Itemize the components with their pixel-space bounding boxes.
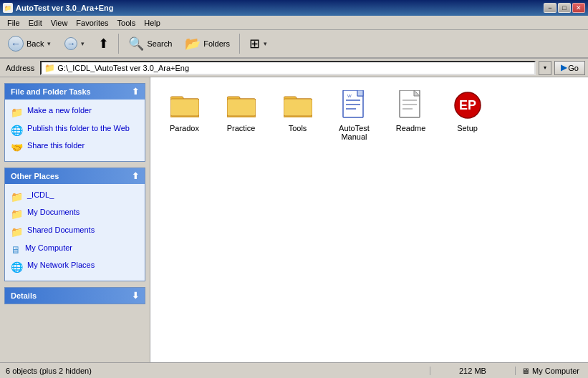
back-icon: ← (8, 36, 24, 52)
up-icon: ⬆ (98, 36, 109, 52)
address-bar: Address 📁 G:\_ICDL_\AutoTest ver 3.0_Ara… (0, 59, 588, 77)
file-label: AutoTest Manual (331, 124, 377, 141)
title-icon: 📁 (3, 3, 13, 13)
folders-button[interactable]: 📂 Folders (180, 32, 235, 55)
file-label: Readme (396, 124, 426, 132)
title-bar-left: 📁 AutoTest ver 3.0_Ara+Eng (3, 3, 113, 13)
publish-folder-label: Publish this folder to the Web (27, 123, 130, 134)
title-bar: 📁 AutoTest ver 3.0_Ara+Eng − □ ✕ (0, 0, 588, 16)
svg-rect-11 (357, 90, 363, 96)
icdl-link[interactable]: 📁 _ICDL_ (8, 188, 142, 206)
address-path: G:\_ICDL_\AutoTest ver 3.0_Ara+Eng (57, 64, 189, 72)
status-objects: 6 objects (plus 2 hidden) (3, 367, 430, 375)
collapse-icon: ⬆ (132, 87, 139, 97)
svg-text:W: W (347, 94, 352, 98)
folder-icon (224, 88, 259, 122)
my-network-label: My Network Places (27, 260, 95, 271)
publish-icon: 🌐 (11, 124, 23, 138)
folders-label: Folders (203, 39, 230, 48)
go-arrow-icon: ▶ (561, 63, 567, 72)
back-button[interactable]: ← Back ▾ (3, 32, 57, 55)
address-input[interactable]: 📁 G:\_ICDL_\AutoTest ver 3.0_Ara+Eng (40, 61, 536, 75)
other-places-body: 📁 _ICDL_ 📁 My Documents 📁 Shared Documen… (5, 184, 145, 281)
details-collapse-icon: ⬇ (132, 291, 139, 301)
icdl-folder-icon: 📁 (11, 190, 23, 205)
address-dropdown[interactable]: ▾ (539, 61, 551, 75)
separator-1 (118, 34, 119, 54)
file-content-area: Paradox Practice Tools W AutoTest Manual… (150, 77, 588, 362)
forward-button[interactable]: → ▾ (59, 32, 90, 55)
svg-rect-2 (170, 99, 199, 116)
file-item-practice[interactable]: Practice (214, 84, 268, 145)
menu-item-favorites[interactable]: Favorites (72, 17, 112, 29)
file-item-paradox[interactable]: Paradox (158, 84, 211, 145)
search-label: Search (147, 39, 172, 48)
my-computer-icon: 🖥 (11, 243, 21, 258)
file-label: Paradox (170, 124, 199, 132)
maximize-button[interactable]: □ (558, 3, 571, 13)
close-button[interactable]: ✕ (572, 3, 585, 13)
my-documents-icon: 📁 (11, 208, 23, 222)
file-item-autotest-manual[interactable]: W AutoTest Manual (327, 84, 381, 145)
other-places-header[interactable]: Other Places ⬆ (5, 168, 145, 184)
my-documents-link[interactable]: 📁 My Documents (8, 205, 142, 223)
views-icon: ⊞ (249, 36, 260, 52)
svg-rect-8 (284, 99, 312, 116)
file-item-readme[interactable]: Readme (384, 84, 438, 145)
exe-icon: EP (450, 88, 485, 122)
left-panel: File and Folder Tasks ⬆ 📁 Make a new fol… (0, 77, 150, 362)
menu-item-file[interactable]: File (3, 17, 24, 29)
status-size: 212 MB (430, 367, 516, 375)
views-button[interactable]: ⊞ ▾ (244, 32, 273, 55)
up-button[interactable]: ⬆ (93, 32, 114, 55)
doc-icon: W (337, 88, 372, 122)
my-network-icon: 🌐 (11, 261, 23, 275)
icdl-label: _ICDL_ (27, 190, 54, 200)
my-computer-label: My Computer (25, 243, 72, 253)
menu-item-view[interactable]: View (47, 17, 72, 29)
menu-bar: FileEditViewFavoritesToolsHelp (0, 16, 588, 30)
title-buttons: − □ ✕ (544, 3, 585, 13)
back-label: Back (26, 39, 44, 48)
text-icon (394, 88, 428, 122)
file-folder-tasks-header[interactable]: File and Folder Tasks ⬆ (5, 84, 145, 100)
file-item-tools[interactable]: Tools (271, 84, 324, 145)
my-computer-link[interactable]: 🖥 My Computer (8, 241, 142, 259)
main-area: File and Folder Tasks ⬆ 📁 Make a new fol… (0, 77, 588, 362)
shared-documents-label: Shared Documents (27, 225, 95, 236)
new-folder-icon: 📁 (11, 106, 23, 120)
folders-icon: 📂 (185, 36, 201, 52)
other-places-collapse-icon: ⬆ (132, 171, 139, 181)
go-button[interactable]: ▶ Go (554, 61, 585, 75)
title-text: AutoTest ver 3.0_Ara+Eng (16, 4, 113, 12)
computer-label: My Computer (532, 367, 579, 375)
minimize-button[interactable]: − (544, 3, 556, 13)
status-computer: 🖥 My Computer (516, 367, 585, 375)
publish-folder-link[interactable]: 🌐 Publish this folder to the Web (8, 122, 142, 140)
file-label: Practice (227, 124, 256, 132)
menu-item-edit[interactable]: Edit (24, 17, 47, 29)
menu-item-help[interactable]: Help (140, 17, 165, 29)
forward-icon: → (64, 37, 77, 50)
views-arrow-icon: ▾ (263, 40, 268, 47)
share-folder-label: Share this folder (27, 140, 85, 151)
menu-item-tools[interactable]: Tools (113, 17, 140, 29)
details-header[interactable]: Details ⬇ (5, 288, 145, 304)
search-button[interactable]: 🔍 Search (123, 32, 177, 55)
shared-documents-link[interactable]: 📁 Shared Documents (8, 223, 142, 241)
file-folder-tasks-body: 📁 Make a new folder 🌐 Publish this folde… (5, 100, 145, 161)
share-folder-link[interactable]: 🤝 Share this folder (8, 139, 142, 157)
file-item-setup[interactable]: EP Setup (440, 84, 494, 145)
my-network-link[interactable]: 🌐 My Network Places (8, 258, 142, 276)
go-label: Go (568, 64, 579, 72)
svg-text:EP: EP (458, 98, 476, 112)
address-folder-icon: 📁 (44, 63, 55, 73)
other-places-title: Other Places (11, 172, 59, 180)
details-section: Details ⬇ (4, 287, 145, 304)
make-new-folder-link[interactable]: 📁 Make a new folder (8, 104, 142, 122)
address-label: Address (3, 62, 37, 74)
my-documents-label: My Documents (27, 207, 79, 218)
status-bar: 6 objects (plus 2 hidden) 212 MB 🖥 My Co… (0, 362, 588, 378)
svg-rect-5 (227, 99, 256, 116)
file-folder-tasks-section: File and Folder Tasks ⬆ 📁 Make a new fol… (4, 83, 145, 162)
